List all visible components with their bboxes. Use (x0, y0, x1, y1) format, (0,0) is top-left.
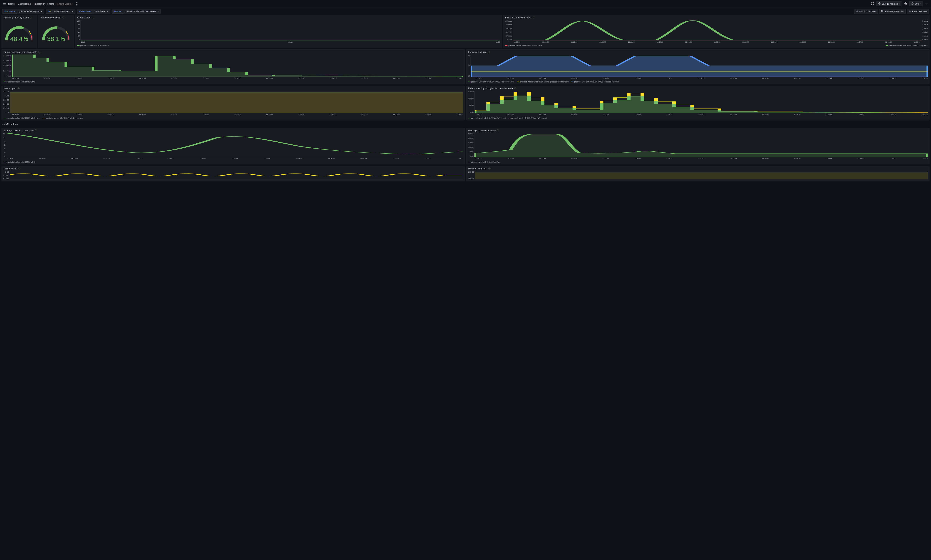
breadcrumb-current: Presto worker (57, 2, 72, 5)
refresh-button[interactable]: 30s ▾ (909, 1, 923, 6)
share-button[interactable] (74, 1, 78, 6)
y-axis-right: 5 ops/s4 ops/s3 ops/s2 ops/s1 ops/s0 ops… (922, 20, 928, 41)
info-icon[interactable]: ⓘ (514, 87, 516, 90)
svg-point-8 (872, 3, 873, 4)
var-value-select[interactable]: prestodb-worker-54bf7b98f5-wlfw8▾ (123, 9, 161, 14)
legend-item[interactable]: prestodb-worker-54bf7b98f5-wlfw8 - reser… (43, 117, 83, 119)
svg-rect-16 (856, 11, 857, 12)
top-nav: Home › Dashboards › Integration - Presto… (0, 0, 931, 8)
var-value-select[interactable]: grafanacloud-k3d-prom▾ (17, 9, 44, 14)
panel-legend: prestodb-worker-54bf7b98f5-wlfw8 (2, 80, 465, 84)
chevron-down-icon: ▾ (157, 10, 159, 13)
svg-rect-15 (857, 11, 858, 12)
legend-item[interactable]: prestodb-worker-54bf7b98f5-wlfw8 - proce… (571, 81, 619, 83)
chevron-right-icon: › (16, 2, 17, 5)
legend-item[interactable]: prestodb-worker-54bf7b98f5-wlfw8 - proce… (517, 81, 569, 83)
y-axis: 250 ms200 ms150 ms100 ms50 ms0 ms (468, 133, 474, 157)
y-axis: 302010 (468, 55, 471, 77)
breadcrumb-item[interactable]: Dashboards (18, 2, 31, 5)
panel-legend: prestodb-worker-54bf7b98f5-wlfw8 - task … (466, 80, 929, 84)
svg-rect-17 (882, 11, 882, 11)
breadcrumb-item[interactable]: Integration - Presto (34, 2, 54, 5)
plot-area (12, 55, 463, 77)
legend-item[interactable]: prestodb-worker-54bf7b98f5-wlfw8 (77, 45, 109, 46)
info-icon[interactable]: ⓘ (35, 129, 37, 132)
panel-title: Non-heap memory usage (3, 16, 29, 19)
panel-title: Queued tasks (77, 16, 91, 19)
plot-area (474, 91, 928, 113)
panel-memory-used[interactable]: Memory used ⓘ 1 GB800 MB600 MB (2, 166, 465, 181)
y-axis: 121086420 (3, 133, 6, 157)
link-presto-overview[interactable]: Presto overview (907, 9, 929, 14)
legend-item[interactable]: prestodb-worker-54bf7b98f5-wlfw8 - input (468, 117, 506, 119)
panel-memory-committed[interactable]: Memory committed ⓘ 1.10 GB1.05 GB (466, 166, 929, 181)
svg-rect-24 (909, 11, 910, 12)
gauge-nonheap: 48.4% (3, 24, 35, 42)
breadcrumb-item[interactable]: Home (8, 2, 15, 5)
info-icon[interactable]: ⓘ (488, 167, 491, 170)
panel-output-positions[interactable]: Output positions - one minute rate ⓘ 0.4… (2, 49, 465, 84)
svg-rect-18 (883, 11, 883, 11)
zoom-out-icon (904, 2, 907, 6)
chevron-down-icon: ▾ (72, 10, 73, 13)
y-axis: 0.4 rows/s0.3 rows/s0.2 rows/s0.1 rows/s… (3, 55, 12, 77)
legend-item[interactable]: prestodb-worker-54bf7b98f5-wlfw8 (3, 81, 35, 83)
settings-button[interactable] (870, 1, 875, 6)
kiosk-button[interactable] (924, 1, 929, 6)
plot-area (10, 171, 463, 180)
link-presto-logs[interactable]: Presto logs overview (879, 9, 906, 14)
panel-failed-completed[interactable]: Failed & Completed Tasks ⓘ 100 ops/s80 o… (503, 15, 929, 48)
panel-executor-pool[interactable]: Executor pool size ⓘ 302010 (466, 49, 929, 84)
info-icon[interactable]: ⓘ (92, 16, 94, 19)
legend-item[interactable]: prestodb-worker-54bf7b98f5-wlfw8 - free (3, 117, 40, 119)
info-icon[interactable]: ⓘ (38, 51, 40, 54)
panel-gc-count[interactable]: Garbage collection count / 15s ⓘ 1210864… (2, 128, 465, 165)
legend-item[interactable]: prestodb-worker-54bf7b98f5-wlfw8 (468, 161, 500, 163)
info-icon[interactable]: ⓘ (532, 16, 534, 19)
info-icon[interactable]: ⓘ (497, 129, 499, 132)
chevron-down-icon: ▾ (899, 3, 900, 5)
refresh-interval-label: 30s (915, 3, 919, 5)
x-axis: 11:25:0011:26:0011:27:0011:28:0011:29:00… (476, 113, 928, 115)
info-icon[interactable]: ⓘ (488, 51, 490, 54)
panel-title: Failed & Completed Tasks (505, 16, 531, 19)
info-icon[interactable]: ⓘ (18, 167, 20, 170)
panel-memory-pool[interactable]: Memory pool ⓘ 2.25 GB2 GB1.75 GB1.50 GB1… (2, 86, 465, 120)
panel-heap-memory[interactable]: Heap memory usage ⓘ 38.1% (38, 15, 74, 48)
panel-legend: prestodb-worker-54bf7b98f5-wlfw8 (466, 161, 929, 164)
var-value-select[interactable]: integrations/presto▾ (52, 9, 75, 14)
legend-item[interactable]: prestodb-worker-54bf7b98f5-wlfw8 - task … (468, 81, 514, 83)
panel-nonheap-memory[interactable]: Non-heap memory usage ⓘ 48.4% (2, 15, 37, 48)
x-axis: 11:25:0011:26:0011:27:0011:28:0011:29:00… (7, 157, 463, 160)
x-axis: 11:25:0011:26:0011:27:0011:28:0011:29:00… (12, 77, 463, 79)
info-icon[interactable]: ⓘ (62, 16, 64, 19)
dashboard-grid: Non-heap memory usage ⓘ 48.4% (0, 15, 931, 182)
chevron-down-icon: ▾ (920, 3, 921, 5)
panel-title: Executor pool size (468, 51, 486, 54)
x-axis: 11:25:0011:26:0011:27:0011:28:0011:29:00… (476, 77, 928, 79)
row-header-jvm[interactable]: ▾ JVM metrics (2, 122, 929, 126)
panel-queued-tasks[interactable]: Queued tasks ⓘ 100806040200 11:2511:3011… (75, 15, 502, 48)
link-presto-coordinator[interactable]: Presto coordinator (854, 9, 878, 14)
time-range-button[interactable]: Last 15 minutes ▾ (876, 1, 902, 6)
legend-item[interactable]: prestodb-worker-54bf7b98f5-wlfw8 - faile… (505, 45, 543, 46)
info-icon[interactable]: ⓘ (17, 87, 20, 90)
panel-legend: prestodb-worker-54bf7b98f5-wlfw8 (2, 161, 465, 164)
plot-area (10, 91, 463, 113)
info-icon[interactable]: ⓘ (30, 16, 32, 19)
y-axis: 1.10 GB1.05 GB (468, 171, 475, 180)
panel-gc-duration[interactable]: Garbage collection duration ⓘ 250 ms200 … (466, 128, 929, 165)
y-axis: 1 GB800 MB600 MB (3, 171, 10, 180)
chevron-down-icon: ▾ (41, 10, 42, 13)
svg-rect-22 (910, 11, 911, 11)
panel-throughput[interactable]: Data processing throughput - one minute … (466, 86, 929, 120)
menu-toggle-button[interactable] (2, 1, 7, 6)
var-value-select[interactable]: static-cluster▾ (92, 9, 111, 14)
panel-title: Garbage collection duration (468, 129, 496, 132)
zoom-out-button[interactable] (903, 1, 908, 6)
legend-item[interactable]: prestodb-worker-54bf7b98f5-wlfw8 (3, 161, 35, 163)
panel-legend: prestodb-worker-54bf7b98f5-wlfw8 - free … (2, 117, 465, 120)
link-label: Presto overview (912, 10, 927, 12)
legend-item[interactable]: prestodb-worker-54bf7b98f5-wlfw8 - compl… (886, 45, 928, 46)
legend-item[interactable]: prestodb-worker-54bf7b98f5-wlfw8 - outpu… (508, 117, 547, 119)
